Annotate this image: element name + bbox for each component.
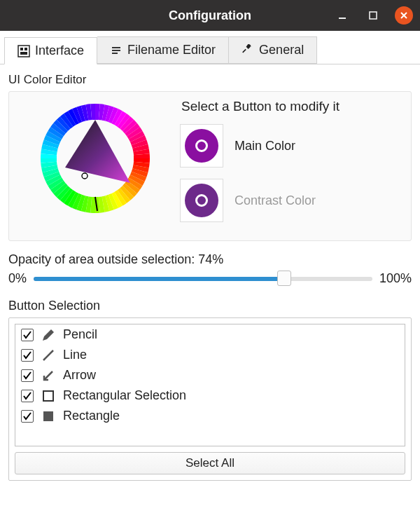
ui-color-editor-panel: Select a Button to modify it Main Color …	[8, 91, 412, 241]
select-all-button[interactable]: Select All	[15, 452, 405, 474]
list-item[interactable]: Pencil	[15, 324, 405, 345]
svg-rect-17	[43, 391, 53, 401]
window-titlebar: Configuration	[0, 0, 420, 31]
tab-interface[interactable]: Interface	[4, 37, 97, 64]
rect-outline-icon	[41, 389, 56, 403]
line-icon	[41, 348, 56, 362]
tab-label: General	[259, 43, 304, 57]
minimize-icon	[337, 11, 347, 20]
opacity-min-label: 0%	[8, 271, 27, 286]
arrow-icon	[41, 369, 56, 383]
minimize-button[interactable]	[333, 6, 351, 25]
tab-general[interactable]: General	[229, 36, 317, 64]
opacity-max-label: 100%	[379, 271, 412, 286]
window-controls	[333, 6, 413, 25]
maximize-button[interactable]	[364, 6, 382, 25]
checkbox[interactable]	[21, 369, 34, 382]
contrast-color-label: Contrast Color	[234, 193, 316, 208]
list-item-label: Pencil	[63, 327, 97, 342]
button-selection-label: Button Selection	[8, 299, 412, 313]
list-item-label: Rectangle	[63, 409, 120, 423]
list-item[interactable]: Line	[15, 345, 405, 365]
list-item[interactable]: Rectangle	[15, 406, 405, 426]
svg-rect-18	[43, 411, 53, 421]
ui-color-editor-label: UI Color Editor	[8, 73, 412, 87]
svg-rect-4	[18, 46, 29, 57]
slider-thumb[interactable]	[277, 271, 291, 286]
opacity-control-row: 0% 100%	[8, 271, 412, 286]
ring-icon	[195, 194, 208, 207]
maximize-icon	[368, 11, 378, 20]
checkbox[interactable]	[21, 349, 34, 362]
opacity-slider[interactable]	[34, 273, 372, 285]
close-button[interactable]	[395, 6, 413, 25]
svg-rect-1	[370, 12, 377, 19]
interface-icon	[18, 45, 30, 57]
contrast-color-row: Contrast Color	[180, 179, 405, 222]
button-selection-list[interactable]: Pencil Line Arrow Rectangular Selection	[15, 324, 405, 446]
main-color-circle	[185, 129, 218, 163]
checkbox[interactable]	[21, 410, 34, 423]
list-item-label: Rectangular Selection	[63, 388, 186, 403]
checkbox[interactable]	[21, 390, 34, 402]
list-item-label: Line	[63, 348, 87, 362]
button-selection-frame: Pencil Line Arrow Rectangular Selection	[8, 317, 412, 481]
close-icon	[400, 11, 408, 20]
tab-label: Interface	[35, 43, 84, 58]
list-item[interactable]: Rectangular Selection	[15, 385, 405, 406]
checkbox[interactable]	[21, 329, 34, 341]
select-all-label: Select All	[186, 456, 234, 470]
wrench-icon	[241, 44, 254, 57]
pencil-icon	[41, 328, 56, 342]
main-color-label: Main Color	[234, 139, 295, 153]
tab-content-interface: UI Color Editor	[0, 64, 420, 489]
tab-label: Filename Editor	[127, 43, 216, 57]
filename-icon	[110, 44, 122, 57]
opacity-value: 74%	[198, 252, 223, 266]
list-item-label: Arrow	[63, 368, 96, 383]
svg-rect-6	[24, 48, 27, 50]
tab-bar: Interface Filename Editor General	[0, 31, 420, 64]
ring-icon	[195, 139, 208, 152]
svg-line-15	[43, 350, 53, 360]
color-wheel[interactable]	[15, 99, 176, 218]
rect-fill-icon	[41, 409, 56, 423]
color-editor-prompt: Select a Button to modify it	[181, 99, 405, 114]
tab-filename-editor[interactable]: Filename Editor	[97, 36, 229, 64]
opacity-label: Opacity of area outside selection: 74%	[8, 252, 412, 267]
svg-rect-5	[20, 48, 23, 50]
svg-rect-7	[20, 52, 27, 55]
list-item[interactable]: Arrow	[15, 365, 405, 385]
slider-fill	[34, 277, 284, 281]
svg-line-16	[44, 371, 52, 380]
main-color-row: Main Color	[180, 124, 405, 167]
contrast-color-circle	[185, 184, 218, 217]
contrast-color-swatch[interactable]	[180, 179, 223, 222]
opacity-label-prefix: Opacity of area outside selection:	[8, 252, 198, 266]
color-editor-side: Select a Button to modify it Main Color …	[180, 99, 405, 233]
main-color-swatch[interactable]	[180, 124, 223, 167]
